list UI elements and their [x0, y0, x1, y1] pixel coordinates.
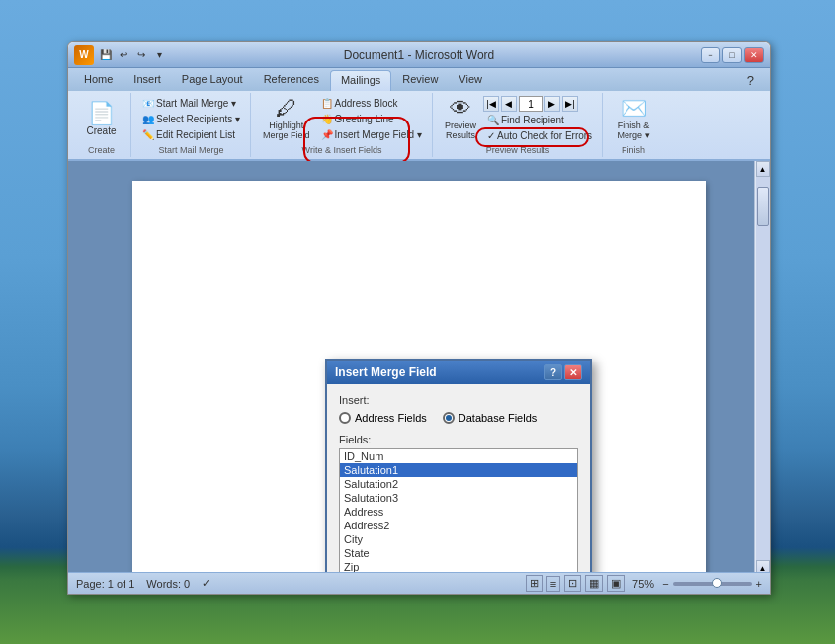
field-id-num[interactable]: ID_Num	[340, 449, 577, 463]
finish-icon: ✉️	[621, 98, 647, 120]
insert-field-buttons: 📋 Address Block 👋 Greeting Line 📌 Insert…	[317, 96, 426, 142]
create-button[interactable]: 📄 Create	[80, 100, 124, 139]
scroll-up-button[interactable]: ▲	[756, 161, 770, 177]
preview-nav: |◀ ◀ 1 ▶ ▶| 🔍 Find Recipient	[483, 96, 596, 143]
find-icon: 🔍	[487, 115, 499, 125]
address-block-button[interactable]: 📋 Address Block	[317, 96, 426, 111]
tab-review[interactable]: Review	[392, 70, 448, 91]
radio-database-label: Database Fields	[459, 412, 538, 424]
fields-listbox[interactable]: ID_Num Salutation1 Salutation2 Salutatio…	[339, 448, 578, 592]
dialog-close-button[interactable]: ✕	[564, 364, 582, 380]
dialog-title-bar: Insert Merge Field ? ✕	[327, 361, 590, 384]
finish-merge-button[interactable]: ✉️ Finish &Merge ▾	[612, 95, 655, 143]
scroll-track	[756, 177, 770, 560]
start-mail-merge-button[interactable]: 📧 Start Mail Merge ▾	[138, 96, 244, 111]
radio-address-label: Address Fields	[355, 412, 427, 424]
create-label: Create	[88, 145, 115, 155]
ribbon-group-start-mail-merge: 📧 Start Mail Merge ▾ 👥 Select Recipients…	[132, 93, 251, 157]
next-record-button[interactable]: ▶	[544, 96, 560, 112]
tab-references[interactable]: References	[254, 70, 329, 91]
document-area: ▲ ▲ ▼ Insert Merge Field ? ✕ Insert:	[68, 161, 770, 592]
status-right: ⊞ ≡ ⊡ ▦ ▣ 75% − +	[526, 575, 762, 592]
field-salutation3[interactable]: Salutation3	[340, 491, 577, 505]
preview-results-label: Preview Results	[486, 145, 550, 155]
insert-merge-field-button[interactable]: 📌 Insert Merge Field ▾	[317, 127, 426, 142]
scroll-thumb[interactable]	[757, 187, 769, 226]
status-left: Page: 1 of 1 Words: 0 ✓	[76, 577, 210, 590]
tab-bar: Home Insert Page Layout References Maili…	[68, 68, 770, 91]
zoom-minus[interactable]: −	[662, 578, 668, 590]
word-count: Words: 0	[146, 578, 190, 590]
zoom-plus[interactable]: +	[756, 578, 762, 590]
radio-group: Address Fields Database Fields	[339, 412, 578, 424]
redo-qa-button[interactable]: ↪	[133, 47, 149, 63]
highlight-merge-field-button[interactable]: 🖊 HighlightMerge Field	[258, 95, 315, 143]
edit-recipient-list-button[interactable]: ✏️ Edit Recipient List	[138, 127, 244, 142]
start-mail-content: 📧 Start Mail Merge ▾ 👥 Select Recipients…	[138, 95, 244, 143]
office-logo-icon: W	[74, 45, 94, 65]
preview-icon: 👁	[450, 98, 471, 120]
address-icon: 📋	[321, 98, 333, 109]
view-btn-4[interactable]: ▦	[585, 575, 603, 592]
window-title: Document1 - Microsoft Word	[344, 48, 495, 62]
last-record-button[interactable]: ▶|	[562, 96, 578, 112]
greeting-line-button[interactable]: 👋 Greeting Line	[317, 112, 426, 126]
title-bar: W 💾 ↩ ↪ ▾ Document1 - Microsoft Word − □…	[68, 42, 770, 68]
check-icon: ✓	[487, 130, 495, 141]
undo-qa-button[interactable]: ↩	[116, 47, 131, 63]
zoom-thumb[interactable]	[712, 578, 722, 588]
word-window: W 💾 ↩ ↪ ▾ Document1 - Microsoft Word − □…	[67, 41, 771, 595]
desktop: W 💾 ↩ ↪ ▾ Document1 - Microsoft Word − □…	[0, 0, 835, 644]
help-button[interactable]: ?	[737, 70, 764, 91]
window-controls: − □ ✕	[701, 47, 764, 63]
tab-page-layout[interactable]: Page Layout	[172, 70, 253, 91]
preview-results-button[interactable]: 👁 PreviewResults	[440, 95, 481, 143]
radio-address-dot	[339, 412, 351, 424]
ribbon-group-write-insert: 🖊 HighlightMerge Field 📋 Address Block 👋…	[252, 93, 433, 157]
field-salutation2[interactable]: Salutation2	[340, 477, 577, 491]
page-info: Page: 1 of 1	[76, 578, 134, 590]
zoom-slider[interactable]	[673, 582, 752, 586]
write-insert-label: Write & Insert Fields	[302, 145, 382, 155]
field-address[interactable]: Address	[340, 505, 577, 519]
dropdown-qa-button[interactable]: ▾	[151, 47, 167, 63]
field-address2[interactable]: Address2	[340, 519, 577, 532]
field-salutation1[interactable]: Salutation1	[340, 463, 577, 477]
zoom-level: 75%	[632, 578, 654, 590]
view-btn-1[interactable]: ⊞	[526, 575, 543, 592]
title-bar-left: W 💾 ↩ ↪ ▾	[74, 45, 167, 65]
minimize-button[interactable]: −	[701, 47, 720, 63]
quick-access-toolbar: 💾 ↩ ↪ ▾	[98, 47, 167, 63]
view-btn-3[interactable]: ⊡	[564, 575, 581, 592]
close-button[interactable]: ✕	[744, 47, 764, 63]
prev-record-button[interactable]: ◀	[501, 96, 517, 112]
vertical-scrollbar[interactable]: ▲ ▲ ▼	[754, 161, 770, 592]
check-icon-status: ✓	[202, 577, 210, 590]
dialog-title-buttons: ? ✕	[544, 364, 582, 380]
save-qa-button[interactable]: 💾	[98, 47, 114, 63]
maximize-button[interactable]: □	[722, 47, 742, 63]
field-city[interactable]: City	[340, 532, 577, 546]
ribbon-group-create: 📄 Create Create	[72, 93, 131, 157]
dialog-help-button[interactable]: ?	[544, 364, 562, 380]
radio-database-fields[interactable]: Database Fields	[443, 412, 538, 424]
tab-insert[interactable]: Insert	[124, 70, 171, 91]
radio-address-fields[interactable]: Address Fields	[339, 412, 427, 424]
tab-mailings[interactable]: Mailings	[330, 70, 391, 91]
first-record-button[interactable]: |◀	[483, 96, 499, 112]
finish-label: Finish	[622, 145, 645, 155]
auto-check-errors-button[interactable]: ✓ Auto Check for Errors	[483, 128, 596, 143]
tab-view[interactable]: View	[449, 70, 492, 91]
record-number[interactable]: 1	[519, 96, 543, 112]
view-btn-5[interactable]: ▣	[607, 575, 625, 592]
select-recipients-button[interactable]: 👥 Select Recipients ▾	[138, 112, 244, 126]
write-insert-content: 🖊 HighlightMerge Field 📋 Address Block 👋…	[258, 95, 426, 143]
view-btn-2[interactable]: ≡	[546, 576, 560, 592]
ribbon-group-preview: 👁 PreviewResults |◀ ◀ 1 ▶ ▶|	[434, 93, 603, 157]
nav-controls: |◀ ◀ 1 ▶ ▶|	[483, 96, 596, 112]
field-state[interactable]: State	[340, 546, 577, 560]
tab-home[interactable]: Home	[74, 70, 123, 91]
insert-merge-field-dialog: Insert Merge Field ? ✕ Insert: Address F…	[325, 359, 592, 592]
fields-label: Fields:	[339, 434, 578, 445]
find-recipient-button[interactable]: 🔍 Find Recipient	[483, 113, 596, 127]
